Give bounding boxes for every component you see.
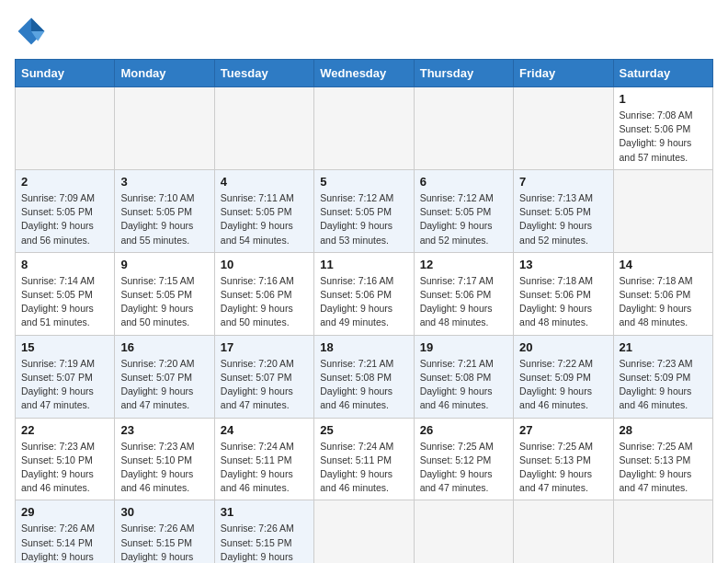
calendar-cell: 26Sunrise: 7:25 AMSunset: 5:12 PMDayligh… bbox=[414, 418, 513, 500]
calendar-cell: 1Sunrise: 7:08 AMSunset: 5:06 PMDaylight… bbox=[613, 87, 712, 170]
calendar-cell bbox=[314, 500, 414, 563]
logo-icon bbox=[15, 15, 48, 48]
day-number: 7 bbox=[519, 175, 607, 189]
calendar-cell: 2Sunrise: 7:09 AMSunset: 5:05 PMDaylight… bbox=[16, 169, 115, 252]
calendar-cell bbox=[514, 500, 613, 563]
day-info: Sunrise: 7:15 AMSunset: 5:05 PMDaylight:… bbox=[120, 274, 208, 330]
calendar-cell: 22Sunrise: 7:23 AMSunset: 5:10 PMDayligh… bbox=[16, 418, 115, 500]
day-info: Sunrise: 7:25 AMSunset: 5:13 PMDaylight:… bbox=[620, 440, 707, 496]
day-number: 20 bbox=[519, 340, 607, 354]
calendar-cell bbox=[613, 500, 712, 563]
day-number: 16 bbox=[120, 340, 208, 354]
calendar-week: 29Sunrise: 7:26 AMSunset: 5:14 PMDayligh… bbox=[16, 500, 713, 563]
calendar-cell bbox=[414, 500, 513, 563]
calendar-week: 1Sunrise: 7:08 AMSunset: 5:06 PMDaylight… bbox=[16, 87, 713, 170]
day-number: 5 bbox=[320, 175, 407, 189]
calendar-cell: 10Sunrise: 7:16 AMSunset: 5:06 PMDayligh… bbox=[214, 252, 313, 335]
day-number: 22 bbox=[21, 423, 108, 437]
day-info: Sunrise: 7:20 AMSunset: 5:07 PMDaylight:… bbox=[120, 357, 208, 413]
calendar-week: 8Sunrise: 7:14 AMSunset: 5:05 PMDaylight… bbox=[16, 252, 713, 335]
calendar-cell bbox=[414, 87, 513, 170]
calendar-cell bbox=[314, 87, 414, 170]
day-number: 23 bbox=[120, 423, 208, 437]
day-info: Sunrise: 7:09 AMSunset: 5:05 PMDaylight:… bbox=[21, 191, 108, 247]
calendar-cell: 15Sunrise: 7:19 AMSunset: 5:07 PMDayligh… bbox=[16, 335, 115, 418]
calendar-cell bbox=[214, 87, 313, 170]
day-info: Sunrise: 7:10 AMSunset: 5:05 PMDaylight:… bbox=[120, 191, 208, 247]
day-info: Sunrise: 7:11 AMSunset: 5:05 PMDaylight:… bbox=[221, 191, 308, 247]
day-info: Sunrise: 7:19 AMSunset: 5:07 PMDaylight:… bbox=[21, 357, 108, 413]
day-number: 31 bbox=[221, 505, 308, 519]
day-number: 28 bbox=[620, 423, 707, 437]
day-info: Sunrise: 7:21 AMSunset: 5:08 PMDaylight:… bbox=[320, 357, 407, 413]
day-number: 18 bbox=[320, 340, 407, 354]
day-info: Sunrise: 7:12 AMSunset: 5:05 PMDaylight:… bbox=[320, 191, 407, 247]
calendar-week: 2Sunrise: 7:09 AMSunset: 5:05 PMDaylight… bbox=[16, 169, 713, 252]
day-info: Sunrise: 7:18 AMSunset: 5:06 PMDaylight:… bbox=[519, 274, 607, 330]
day-info: Sunrise: 7:16 AMSunset: 5:06 PMDaylight:… bbox=[320, 274, 407, 330]
day-info: Sunrise: 7:20 AMSunset: 5:07 PMDaylight:… bbox=[221, 357, 308, 413]
weekday-header: Saturday bbox=[613, 60, 712, 87]
day-info: Sunrise: 7:08 AMSunset: 5:06 PMDaylight:… bbox=[620, 109, 707, 165]
day-info: Sunrise: 7:24 AMSunset: 5:11 PMDaylight:… bbox=[221, 440, 308, 496]
day-number: 2 bbox=[21, 175, 108, 189]
calendar-cell: 3Sunrise: 7:10 AMSunset: 5:05 PMDaylight… bbox=[115, 169, 214, 252]
day-number: 17 bbox=[221, 340, 308, 354]
day-number: 12 bbox=[420, 258, 507, 271]
day-number: 21 bbox=[620, 340, 707, 354]
day-info: Sunrise: 7:26 AMSunset: 5:15 PMDaylight:… bbox=[120, 522, 208, 563]
calendar-cell: 4Sunrise: 7:11 AMSunset: 5:05 PMDaylight… bbox=[214, 169, 313, 252]
weekday-header: Sunday bbox=[16, 60, 115, 87]
calendar-cell: 30Sunrise: 7:26 AMSunset: 5:15 PMDayligh… bbox=[115, 500, 214, 563]
weekday-header: Monday bbox=[115, 60, 214, 87]
day-info: Sunrise: 7:25 AMSunset: 5:12 PMDaylight:… bbox=[420, 440, 507, 496]
day-number: 8 bbox=[21, 258, 108, 271]
calendar-cell: 5Sunrise: 7:12 AMSunset: 5:05 PMDaylight… bbox=[314, 169, 414, 252]
calendar-cell: 16Sunrise: 7:20 AMSunset: 5:07 PMDayligh… bbox=[115, 335, 214, 418]
day-info: Sunrise: 7:18 AMSunset: 5:06 PMDaylight:… bbox=[620, 274, 707, 330]
day-info: Sunrise: 7:21 AMSunset: 5:08 PMDaylight:… bbox=[420, 357, 507, 413]
calendar-cell: 8Sunrise: 7:14 AMSunset: 5:05 PMDaylight… bbox=[16, 252, 115, 335]
day-info: Sunrise: 7:23 AMSunset: 5:10 PMDaylight:… bbox=[120, 440, 208, 496]
day-number: 30 bbox=[120, 505, 208, 519]
calendar-cell: 29Sunrise: 7:26 AMSunset: 5:14 PMDayligh… bbox=[16, 500, 115, 563]
day-number: 9 bbox=[120, 258, 208, 271]
weekday-header: Friday bbox=[514, 60, 613, 87]
calendar-cell: 11Sunrise: 7:16 AMSunset: 5:06 PMDayligh… bbox=[314, 252, 414, 335]
day-number: 26 bbox=[420, 423, 507, 437]
calendar-cell: 31Sunrise: 7:26 AMSunset: 5:15 PMDayligh… bbox=[214, 500, 313, 563]
weekday-header: Wednesday bbox=[314, 60, 414, 87]
day-number: 13 bbox=[519, 258, 607, 271]
day-info: Sunrise: 7:22 AMSunset: 5:09 PMDaylight:… bbox=[519, 357, 607, 413]
page-header bbox=[15, 15, 713, 48]
calendar-cell: 7Sunrise: 7:13 AMSunset: 5:05 PMDaylight… bbox=[514, 169, 613, 252]
calendar-cell: 20Sunrise: 7:22 AMSunset: 5:09 PMDayligh… bbox=[514, 335, 613, 418]
calendar-cell: 27Sunrise: 7:25 AMSunset: 5:13 PMDayligh… bbox=[514, 418, 613, 500]
day-number: 19 bbox=[420, 340, 507, 354]
day-info: Sunrise: 7:26 AMSunset: 5:15 PMDaylight:… bbox=[221, 522, 308, 563]
calendar-week: 22Sunrise: 7:23 AMSunset: 5:10 PMDayligh… bbox=[16, 418, 713, 500]
weekday-header: Tuesday bbox=[214, 60, 313, 87]
calendar-cell: 18Sunrise: 7:21 AMSunset: 5:08 PMDayligh… bbox=[314, 335, 414, 418]
day-info: Sunrise: 7:16 AMSunset: 5:06 PMDaylight:… bbox=[221, 274, 308, 330]
day-number: 25 bbox=[320, 423, 407, 437]
calendar-cell: 25Sunrise: 7:24 AMSunset: 5:11 PMDayligh… bbox=[314, 418, 414, 500]
day-info: Sunrise: 7:13 AMSunset: 5:05 PMDaylight:… bbox=[519, 191, 607, 247]
calendar-cell bbox=[613, 169, 712, 252]
day-number: 10 bbox=[221, 258, 308, 271]
day-info: Sunrise: 7:12 AMSunset: 5:05 PMDaylight:… bbox=[420, 191, 507, 247]
day-number: 1 bbox=[620, 92, 707, 106]
calendar-cell: 24Sunrise: 7:24 AMSunset: 5:11 PMDayligh… bbox=[214, 418, 313, 500]
calendar-cell: 12Sunrise: 7:17 AMSunset: 5:06 PMDayligh… bbox=[414, 252, 513, 335]
day-info: Sunrise: 7:25 AMSunset: 5:13 PMDaylight:… bbox=[519, 440, 607, 496]
calendar-week: 15Sunrise: 7:19 AMSunset: 5:07 PMDayligh… bbox=[16, 335, 713, 418]
day-number: 15 bbox=[21, 340, 108, 354]
calendar-cell: 14Sunrise: 7:18 AMSunset: 5:06 PMDayligh… bbox=[613, 252, 712, 335]
day-info: Sunrise: 7:14 AMSunset: 5:05 PMDaylight:… bbox=[21, 274, 108, 330]
calendar-cell: 28Sunrise: 7:25 AMSunset: 5:13 PMDayligh… bbox=[613, 418, 712, 500]
day-number: 29 bbox=[21, 505, 108, 519]
day-number: 4 bbox=[221, 175, 308, 189]
day-info: Sunrise: 7:26 AMSunset: 5:14 PMDaylight:… bbox=[21, 522, 108, 563]
calendar-cell bbox=[16, 87, 115, 170]
logo bbox=[15, 15, 53, 48]
